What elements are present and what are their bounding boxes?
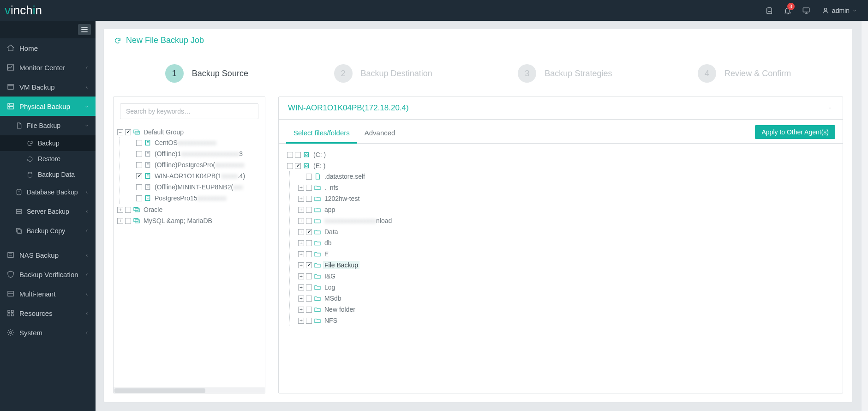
tree-label[interactable]: db: [323, 239, 333, 247]
tree-label[interactable]: WIN-AOR1O1K04PB(1xxxxx.4): [153, 172, 246, 180]
tree-checkbox[interactable]: [136, 195, 142, 201]
tree-checkbox[interactable]: [136, 140, 142, 146]
tree-label[interactable]: Data: [323, 228, 340, 236]
sidebar-item-restore[interactable]: Restore: [0, 151, 96, 167]
tree-label[interactable]: New folder: [323, 305, 357, 314]
sidebar-item-server-backup[interactable]: Server Backup: [0, 202, 96, 221]
tree-checkbox[interactable]: [136, 151, 142, 157]
tree-checkbox[interactable]: [306, 240, 312, 246]
user-menu[interactable]: admin: [815, 7, 857, 14]
tree-label[interactable]: .datastore.self: [323, 172, 366, 181]
tree-toggle[interactable]: +: [298, 296, 304, 302]
tree-label[interactable]: E: [323, 250, 330, 258]
bell-icon[interactable]: 3: [778, 0, 797, 21]
tree-checkbox[interactable]: [306, 318, 312, 324]
sidebar-item-database-backup[interactable]: Database Backup: [0, 182, 96, 202]
tree-label[interactable]: (Offline)PostgresPro(xxxxxxxxx: [153, 161, 245, 169]
horizontal-scrollbar[interactable]: [114, 387, 265, 393]
tree-label[interactable]: (Offline)MININT-EUP8NB2(xxx: [153, 183, 244, 191]
sidebar-item-system[interactable]: System: [0, 323, 96, 342]
page-scrollbar[interactable]: [862, 21, 868, 411]
sidebar-item-backup-copy[interactable]: Backup Copy: [0, 221, 96, 241]
tree-checkbox[interactable]: [306, 296, 312, 302]
tree-checkbox[interactable]: [306, 262, 312, 268]
tree-toggle[interactable]: +: [117, 218, 123, 224]
tree-toggle[interactable]: +: [298, 284, 304, 290]
sidebar-item-backup-data[interactable]: Backup Data: [0, 167, 96, 182]
sidebar-item-nas-backup[interactable]: NAS Backup: [0, 245, 96, 265]
tree-checkbox[interactable]: [306, 185, 312, 191]
tree-label[interactable]: File Backup: [323, 261, 359, 269]
tree-checkbox[interactable]: [306, 174, 312, 180]
tree-toggle[interactable]: +: [298, 273, 304, 279]
tree-label[interactable]: MSdb: [323, 294, 343, 302]
tree-checkbox[interactable]: [306, 207, 312, 213]
tab-select-files[interactable]: Select files/folders: [286, 124, 357, 144]
tree-checkbox[interactable]: [136, 162, 142, 168]
tree-checkbox[interactable]: [306, 229, 312, 235]
tree-toggle[interactable]: +: [298, 229, 304, 235]
tree-label[interactable]: I&G: [323, 272, 337, 280]
tree-label[interactable]: (E: ): [312, 162, 327, 170]
sidebar-item-physical-backup[interactable]: Physical Backup: [0, 97, 96, 116]
step-1[interactable]: 1Backup Source: [165, 64, 248, 83]
collapse-icon[interactable]: [826, 104, 833, 112]
apply-to-other-agents-button[interactable]: Apply to Other Agent(s): [755, 125, 835, 139]
search-input[interactable]: [120, 103, 258, 119]
tree-label[interactable]: PostgresPro15xxxxxxxxx: [153, 194, 228, 202]
sidebar-item-multi-tenant[interactable]: Multi-tenant: [0, 284, 96, 303]
tree-label[interactable]: NFS: [323, 316, 339, 325]
tree-checkbox[interactable]: [306, 273, 312, 279]
tree-label[interactable]: 1202hw-test: [323, 194, 361, 203]
tree-checkbox[interactable]: [136, 173, 142, 179]
tree-label[interactable]: (Offline)1xxxxxxxxxxxxxxxxxx3: [153, 150, 244, 158]
tree-checkbox[interactable]: [295, 152, 301, 158]
tree-checkbox[interactable]: [295, 163, 301, 169]
tree-label[interactable]: Default Group: [142, 128, 185, 136]
tree-checkbox[interactable]: [125, 129, 131, 135]
step-2[interactable]: 2Backup Destination: [334, 64, 432, 83]
tree-label[interactable]: MySQL &amp; MariaDB: [142, 217, 214, 225]
tree-checkbox[interactable]: [306, 196, 312, 202]
tree-label[interactable]: Log: [323, 283, 336, 291]
monitor-icon[interactable]: [797, 0, 815, 21]
tree-toggle[interactable]: +: [298, 262, 304, 268]
sidebar-item-file-backup[interactable]: File Backup: [0, 116, 96, 135]
tree-checkbox[interactable]: [306, 284, 312, 290]
sidebar-item-home[interactable]: Home: [0, 38, 96, 58]
tree-label[interactable]: CentOSxxxxxxxxxxxx: [153, 139, 218, 147]
tree-label[interactable]: Oracle: [142, 206, 164, 214]
tree-toggle[interactable]: +: [298, 218, 304, 224]
step-4[interactable]: 4Review & Confirm: [698, 64, 791, 83]
tab-advanced[interactable]: Advanced: [357, 124, 403, 144]
tree-toggle[interactable]: +: [298, 207, 304, 213]
hamburger-button[interactable]: [78, 24, 91, 35]
tree-checkbox[interactable]: [125, 218, 131, 224]
tree-toggle[interactable]: −: [287, 163, 293, 169]
sidebar-item-resources[interactable]: Resources: [0, 303, 96, 323]
sidebar-item-monitor[interactable]: Monitor Center: [0, 58, 96, 77]
tree-toggle[interactable]: −: [117, 129, 123, 135]
clipboard-icon[interactable]: [760, 0, 778, 21]
tree-checkbox[interactable]: [136, 184, 142, 190]
tree-checkbox[interactable]: [306, 251, 312, 257]
sidebar-item-backup-verification[interactable]: Backup Verification: [0, 265, 96, 284]
tree-label[interactable]: app: [323, 206, 336, 214]
sidebar-item-vm-backup[interactable]: VM Backup: [0, 77, 96, 97]
tree-label[interactable]: (C: ): [312, 151, 327, 159]
tree-toggle[interactable]: +: [298, 307, 304, 313]
step-3[interactable]: 3Backup Strategies: [518, 64, 612, 83]
tree-toggle[interactable]: +: [298, 196, 304, 202]
tree-toggle[interactable]: +: [287, 152, 293, 158]
tree-checkbox[interactable]: [306, 307, 312, 313]
tree-label[interactable]: ._nfs: [323, 183, 340, 192]
logo[interactable]: vinchin: [5, 3, 42, 18]
tree-toggle[interactable]: +: [117, 207, 123, 213]
tree-toggle[interactable]: +: [298, 318, 304, 324]
tree-toggle[interactable]: +: [298, 251, 304, 257]
tree-checkbox[interactable]: [125, 207, 131, 213]
tree-label[interactable]: xxxxxxxxxxxxxxxxnload: [323, 217, 393, 225]
tree-toggle[interactable]: +: [298, 185, 304, 191]
tree-checkbox[interactable]: [306, 218, 312, 224]
tree-toggle[interactable]: +: [298, 240, 304, 246]
